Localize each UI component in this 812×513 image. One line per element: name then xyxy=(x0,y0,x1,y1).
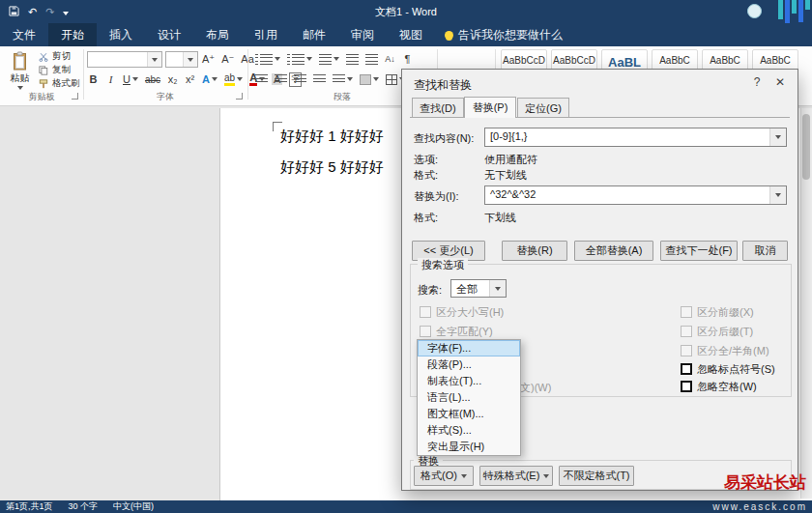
underline-button[interactable]: U xyxy=(121,71,140,88)
document-text-line[interactable]: 好好好 1 好好好 xyxy=(280,128,384,146)
checkbox-ignore-whitespace[interactable]: 忽略空格(W) xyxy=(681,380,757,393)
shrink-font-button[interactable]: A⁻ xyxy=(219,50,236,68)
tab-file[interactable]: 文件 xyxy=(0,23,48,46)
word-count[interactable]: 30 个字 xyxy=(69,500,99,513)
menu-item-language[interactable]: 语言(L)... xyxy=(418,389,520,406)
borders-icon xyxy=(386,74,397,85)
font-size-combo[interactable] xyxy=(165,51,198,68)
checkbox-icon[interactable] xyxy=(681,363,692,375)
font-group-label: 字体 xyxy=(83,91,247,103)
highlight-color-button[interactable]: ab xyxy=(222,71,245,88)
numbering-button[interactable] xyxy=(285,50,314,68)
replace-with-label: 替换为(I): xyxy=(414,189,458,204)
menu-item-font[interactable]: 字体(F)... xyxy=(418,340,520,356)
menu-item-highlight[interactable]: 突出显示(H) xyxy=(418,439,520,455)
menu-item-style[interactable]: 样式(S)... xyxy=(418,422,520,439)
save-icon[interactable] xyxy=(9,6,19,18)
replace-format-value: 下划线 xyxy=(484,211,516,225)
search-direction-label: 搜索: xyxy=(418,283,442,298)
font-size-dropdown-icon[interactable] xyxy=(183,52,197,67)
cut-button[interactable]: 剪切 xyxy=(39,50,71,63)
checkbox-icon xyxy=(420,306,431,318)
tab-mailings[interactable]: 邮件 xyxy=(290,23,338,46)
menu-item-frame[interactable]: 图文框(M)... xyxy=(418,406,520,422)
redo-icon[interactable]: ↷ xyxy=(45,7,54,17)
text-effects-button[interactable]: A xyxy=(200,71,219,88)
tab-layout[interactable]: 布局 xyxy=(193,23,242,46)
scrollbar-thumb[interactable] xyxy=(802,114,810,180)
dialog-tab-replace[interactable]: 替换(P) xyxy=(464,97,516,118)
dialog-tab-goto[interactable]: 定位(G) xyxy=(517,98,569,118)
decrease-indent-button[interactable] xyxy=(344,50,361,68)
checkbox-ignore-punctuation[interactable]: 忽略标点符号(S) xyxy=(681,362,775,376)
subscript-button[interactable]: x₂ xyxy=(165,71,180,88)
document-text-line[interactable]: 好好好 5 好好好 xyxy=(280,158,384,177)
line-spacing-button[interactable] xyxy=(331,71,355,88)
window-title: 文档1 - Word xyxy=(0,0,812,23)
tell-me-box[interactable]: 告诉我你想要做什么 xyxy=(435,23,572,46)
format-button[interactable]: 格式(O) xyxy=(414,466,474,486)
strikethrough-button[interactable]: abc xyxy=(143,71,162,88)
align-right-button[interactable] xyxy=(292,71,308,88)
dialog-help-icon[interactable]: ? xyxy=(749,75,765,89)
checkbox-icon xyxy=(681,306,692,318)
options-label: 选项: xyxy=(414,153,438,167)
font-name-combo[interactable] xyxy=(87,51,162,68)
superscript-button[interactable]: x² xyxy=(183,71,197,88)
dialog-tab-find[interactable]: 查找(D) xyxy=(412,98,464,118)
format-painter-button[interactable]: 格式刷 xyxy=(39,77,80,90)
bold-button[interactable]: B xyxy=(86,71,101,88)
menu-item-tabs[interactable]: 制表位(T)... xyxy=(418,373,520,389)
tab-view[interactable]: 视图 xyxy=(387,23,435,46)
font-dialog-launcher-icon[interactable] xyxy=(236,93,243,100)
clipboard-dialog-launcher-icon[interactable] xyxy=(72,93,78,100)
checkbox-match-suffix: 区分后缀(T) xyxy=(681,325,753,338)
copy-button[interactable]: 复制 xyxy=(39,64,71,76)
search-direction-dropdown-icon[interactable] xyxy=(489,280,506,297)
vertical-scrollbar[interactable] xyxy=(800,108,812,499)
qat-customize-icon[interactable] xyxy=(63,7,69,17)
find-what-input[interactable]: [0-9]{1,} xyxy=(484,128,787,147)
italic-button[interactable]: I xyxy=(103,71,118,88)
tab-review[interactable]: 审阅 xyxy=(338,23,387,46)
page-info[interactable]: 第1页,共1页 xyxy=(6,500,53,513)
search-direction-select[interactable]: 全部 xyxy=(450,279,507,298)
text-effects-dropdown-icon xyxy=(212,77,218,81)
tab-design[interactable]: 设计 xyxy=(145,23,193,46)
tab-home[interactable]: 开始 xyxy=(48,23,97,46)
cancel-button[interactable]: 取消 xyxy=(742,241,788,261)
tab-references[interactable]: 引用 xyxy=(242,23,290,46)
replace-with-input[interactable]: ^32^&^32 xyxy=(484,185,787,205)
show-formatting-marks-button[interactable]: ¶ xyxy=(400,50,415,68)
justify-button[interactable] xyxy=(311,71,328,88)
align-center-button[interactable] xyxy=(273,71,289,88)
font-name-dropdown-icon[interactable] xyxy=(147,52,161,67)
replace-all-button[interactable]: 全部替换(A) xyxy=(574,241,653,261)
bullets-dropdown-icon xyxy=(275,57,280,61)
replace-dropdown-icon[interactable] xyxy=(769,186,786,204)
shading-icon xyxy=(360,74,371,85)
no-formatting-button[interactable]: 不限定格式(T) xyxy=(559,466,634,486)
grow-font-button[interactable]: A⁺ xyxy=(200,50,217,68)
checkbox-whole-words: 全字匹配(Y) xyxy=(420,325,493,338)
checkbox-icon[interactable] xyxy=(681,381,692,392)
scissors-icon xyxy=(39,52,48,62)
multilevel-list-button[interactable] xyxy=(317,50,341,68)
replace-button[interactable]: 替换(R) xyxy=(502,241,567,261)
tab-insert[interactable]: 插入 xyxy=(97,23,145,46)
brush-icon xyxy=(39,79,48,89)
search-options-title: 搜索选项 xyxy=(418,258,468,272)
increase-indent-button[interactable] xyxy=(363,50,380,68)
find-next-button[interactable]: 查找下一处(F) xyxy=(660,241,738,261)
language-indicator[interactable]: 中文(中国) xyxy=(113,500,154,513)
menu-item-paragraph[interactable]: 段落(P)... xyxy=(418,356,520,373)
bullets-button[interactable] xyxy=(253,50,282,68)
sort-button[interactable]: A↓ xyxy=(383,50,397,68)
align-left-button[interactable] xyxy=(253,71,270,88)
find-replace-dialog: 查找和替换 ? ✕ 查找(D) 替换(P) 定位(G) 查找内容(N): [0-… xyxy=(401,69,798,491)
shading-button[interactable] xyxy=(358,71,381,88)
special-format-button[interactable]: 特殊格式(E) xyxy=(479,466,553,486)
dialog-close-icon[interactable]: ✕ xyxy=(772,75,788,89)
find-dropdown-icon[interactable] xyxy=(769,128,786,146)
undo-icon[interactable]: ↶ xyxy=(28,7,37,17)
